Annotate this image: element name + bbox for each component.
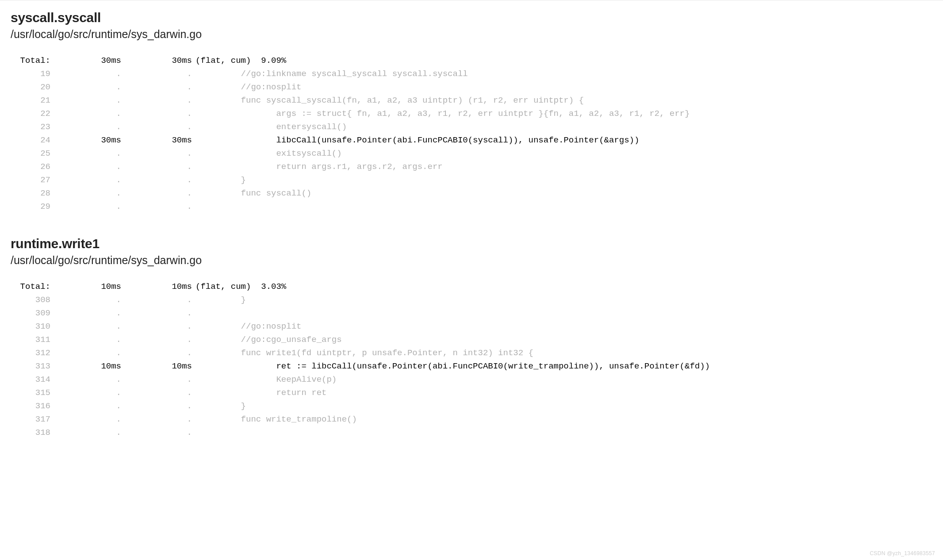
- flat-time: .: [50, 307, 121, 320]
- source-code: func syscall_syscall(fn, a1, a2, a3 uint…: [192, 94, 932, 107]
- source-code: [192, 200, 932, 213]
- flat-time: .: [50, 293, 121, 307]
- source-line: 315.. return ret: [11, 386, 932, 399]
- source-code: func write_trampoline(): [192, 413, 932, 426]
- flat-time: .: [50, 333, 121, 346]
- profile-section: runtime.write1/usr/local/go/src/runtime/…: [0, 226, 943, 453]
- line-number: 25: [11, 147, 50, 160]
- line-number: 317: [11, 413, 50, 426]
- source-code: KeepAlive(p): [192, 373, 932, 386]
- cum-time: .: [121, 173, 192, 187]
- line-number: 310: [11, 320, 50, 333]
- line-number: 29: [11, 200, 50, 213]
- source-code: func write1(fd uintptr, p unsafe.Pointer…: [192, 346, 932, 360]
- source-line: 26.. return args.r1, args.r2, args.err: [11, 160, 932, 173]
- flat-time: .: [50, 67, 121, 81]
- source-line: 20.. //go:nosplit: [11, 81, 932, 94]
- source-line: 308.. }: [11, 293, 932, 307]
- cum-time: .: [121, 373, 192, 386]
- source-line: 27.. }: [11, 173, 932, 187]
- line-number: 21: [11, 94, 50, 107]
- cum-time: .: [121, 333, 192, 346]
- source-line: 316.. }: [11, 399, 932, 413]
- source-code: }: [192, 173, 932, 187]
- flat-time: 30ms: [50, 134, 121, 147]
- cum-time: .: [121, 346, 192, 360]
- flat-time: .: [50, 200, 121, 213]
- flat-time: .: [50, 320, 121, 333]
- cum-time: .: [121, 386, 192, 399]
- line-number: 19: [11, 67, 50, 81]
- total-flat: 10ms: [50, 280, 121, 293]
- source-code: }: [192, 399, 932, 413]
- cum-time: .: [121, 67, 192, 81]
- source-line: 312.. func write1(fd uintptr, p unsafe.P…: [11, 346, 932, 360]
- flat-time: .: [50, 160, 121, 173]
- flat-time: .: [50, 147, 121, 160]
- flat-time: .: [50, 426, 121, 439]
- source-code: //go:linkname syscall_syscall syscall.sy…: [192, 67, 932, 81]
- flat-time: .: [50, 187, 121, 200]
- source-code: func syscall(): [192, 187, 932, 200]
- source-line: 28.. func syscall(): [11, 187, 932, 200]
- line-number: 312: [11, 346, 50, 360]
- source-line: 309..: [11, 307, 932, 320]
- source-line: 29..: [11, 200, 932, 213]
- source-code: exitsyscall(): [192, 147, 932, 160]
- function-name: syscall.syscall: [11, 10, 932, 25]
- total-meta: (flat, cum) 9.09%: [192, 54, 286, 67]
- source-code: //go:nosplit: [192, 320, 932, 333]
- line-number: 316: [11, 399, 50, 413]
- profile-section: syscall.syscall/usr/local/go/src/runtime…: [0, 0, 943, 226]
- source-code: return ret: [192, 386, 932, 399]
- source-code: return args.r1, args.r2, args.err: [192, 160, 932, 173]
- cum-time: .: [121, 187, 192, 200]
- line-number: 318: [11, 426, 50, 439]
- source-line: 314.. KeepAlive(p): [11, 373, 932, 386]
- total-cum: 30ms: [121, 54, 192, 67]
- line-number: 315: [11, 386, 50, 399]
- total-meta: (flat, cum) 3.03%: [192, 280, 286, 293]
- line-number: 309: [11, 307, 50, 320]
- line-number: 28: [11, 187, 50, 200]
- source-line: 22.. args := struct{ fn, a1, a2, a3, r1,…: [11, 107, 932, 120]
- total-row: Total:30ms30ms(flat, cum) 9.09%: [11, 54, 932, 67]
- total-row: Total:10ms10ms(flat, cum) 3.03%: [11, 280, 932, 293]
- line-number: 20: [11, 81, 50, 94]
- line-number: 308: [11, 293, 50, 307]
- cum-time: .: [121, 413, 192, 426]
- source-line: 25.. exitsyscall(): [11, 147, 932, 160]
- source-code: libcCall(unsafe.Pointer(abi.FuncPCABI0(s…: [192, 134, 932, 147]
- total-flat: 30ms: [50, 54, 121, 67]
- cum-time: .: [121, 293, 192, 307]
- line-number: 26: [11, 160, 50, 173]
- line-number: 22: [11, 107, 50, 120]
- flat-time: .: [50, 399, 121, 413]
- source-line: 310.. //go:nosplit: [11, 320, 932, 333]
- line-number: 314: [11, 373, 50, 386]
- source-line: 317.. func write_trampoline(): [11, 413, 932, 426]
- source-code: }: [192, 293, 932, 307]
- line-number: 311: [11, 333, 50, 346]
- source-code: ret := libcCall(unsafe.Pointer(abi.FuncP…: [192, 360, 932, 373]
- cum-time: .: [121, 94, 192, 107]
- cum-time: .: [121, 160, 192, 173]
- line-number: 313: [11, 360, 50, 373]
- source-code: //go:cgo_unsafe_args: [192, 333, 932, 346]
- source-line: 318..: [11, 426, 932, 439]
- source-code: [192, 426, 932, 439]
- source-line: 19.. //go:linkname syscall_syscall sysca…: [11, 67, 932, 81]
- total-label: Total:: [11, 54, 50, 67]
- flat-time: .: [50, 413, 121, 426]
- file-path: /usr/local/go/src/runtime/sys_darwin.go: [11, 28, 932, 41]
- flat-time: 10ms: [50, 360, 121, 373]
- cum-time: .: [121, 107, 192, 120]
- flat-time: .: [50, 107, 121, 120]
- source-code: args := struct{ fn, a1, a2, a3, r1, r2, …: [192, 107, 932, 120]
- flat-time: .: [50, 94, 121, 107]
- cum-time: .: [121, 147, 192, 160]
- source-listing: Total:30ms30ms(flat, cum) 9.09%19.. //go…: [11, 54, 932, 213]
- cum-time: .: [121, 426, 192, 439]
- flat-time: .: [50, 173, 121, 187]
- cum-time: .: [121, 200, 192, 213]
